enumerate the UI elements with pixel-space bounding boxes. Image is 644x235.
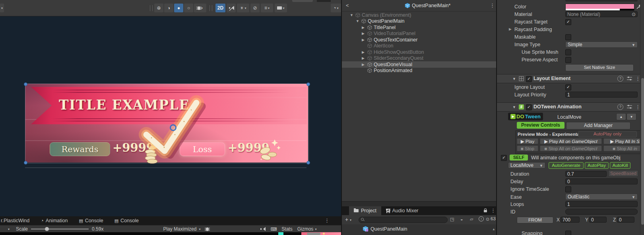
warning-circle-icon[interactable]: ! — [479, 216, 484, 221]
move-component-down-button[interactable]: ▼ — [627, 113, 636, 120]
ignore-timescale-checkbox[interactable] — [565, 186, 571, 192]
scrollbar-thumb[interactable] — [641, 78, 644, 225]
hierarchy-row-videotutorialpanel[interactable]: ▶VideoTutorialPanel — [342, 30, 497, 37]
rect-handle-bottom-right[interactable] — [306, 161, 310, 164]
hierarchy-row-hideshowquestbutton[interactable]: ▶HideShowQuestButton — [342, 49, 497, 55]
layers-visibility-button[interactable]: ≡▾ — [261, 4, 273, 12]
z-value-field[interactable]: 0 — [617, 217, 634, 223]
component-enabled-checkbox[interactable]: ✓ — [526, 104, 532, 110]
id-field[interactable] — [565, 209, 638, 215]
layout-priority-field[interactable]: 1 — [565, 92, 638, 98]
foldout-closed-icon[interactable]: ▶ — [362, 24, 365, 31]
camera-settings-button[interactable]: ▾ — [275, 4, 287, 12]
presets-icon[interactable] — [627, 76, 632, 81]
loops-field[interactable]: 1 — [565, 201, 638, 207]
help-icon[interactable]: ? — [617, 104, 623, 110]
scale-slider[interactable] — [31, 229, 89, 229]
shading-mode-wireframe-button[interactable]: ⊕ — [154, 4, 163, 12]
stats-button[interactable]: Stats — [281, 226, 292, 232]
shading-mode-shaded-button[interactable]: ● — [174, 4, 183, 12]
y-value-field[interactable]: 0 — [589, 217, 607, 223]
project-menu-kebab-icon[interactable]: ⋮ — [491, 208, 496, 213]
tab-audio-mixer[interactable]: Audio Mixer — [386, 208, 419, 213]
stop-button[interactable]: ■ Stop — [517, 145, 538, 151]
hierarchy-menu-kebab-icon[interactable]: ⋮ — [490, 2, 495, 8]
play-button[interactable]: ▶ Play — [517, 138, 538, 144]
rect-handle-top-right[interactable] — [306, 82, 310, 86]
object-picker-icon[interactable]: ⊙ — [632, 12, 636, 18]
tab-console-1[interactable]: ▤Console — [73, 216, 109, 225]
tab-animation[interactable]: ◔Animation — [35, 216, 73, 225]
gizmo-globe-button[interactable]: ◔▾ — [331, 4, 341, 12]
image-type-dropdown[interactable]: Simple▼ — [565, 41, 638, 48]
hierarchy-row-questtextcontainer[interactable]: ▶QuestTextContainer — [342, 37, 497, 43]
hidden-items-eye-icon[interactable]: ⊙ — [486, 217, 489, 222]
label-tag-icon[interactable]: ▱ — [470, 217, 473, 222]
hierarchy-row-questpanelmain[interactable]: ▼QuestPanelMain — [342, 18, 497, 24]
inspector-scrollbar[interactable] — [640, 0, 644, 235]
foldout-closed-icon[interactable]: ▶ — [362, 61, 365, 68]
stop-all-scene-button[interactable]: ■ Stop All in — [603, 145, 644, 151]
panel-divider[interactable] — [342, 201, 497, 207]
tab-menu-kebab-icon[interactable]: ⋮ — [324, 217, 330, 223]
scene-lighting-button[interactable]: ☀▾ — [237, 4, 249, 12]
set-native-size-button[interactable]: Set Native Size — [565, 64, 634, 71]
hierarchy-row-questdonevisual[interactable]: ▶QuestDoneVisual — [342, 61, 497, 68]
scene-visibility-toggle[interactable]: ⊘ — [250, 4, 260, 12]
hierarchy-row-titlepanel[interactable]: ▶TitlePanel — [342, 24, 497, 31]
project-search-input[interactable] — [359, 217, 448, 223]
add-manager-button[interactable]: Add Manager — [566, 122, 630, 129]
foldout-arrow-icon[interactable]: ▶ — [509, 27, 512, 31]
stop-all-gameobject-button[interactable]: ■ Stop All on GameObject — [540, 145, 602, 151]
scene-audio-toggle[interactable] — [227, 4, 236, 12]
tab-console-2[interactable]: ▤Console — [109, 216, 144, 225]
debug-draw-mode-button[interactable]: ▾ — [194, 4, 206, 12]
snapping-checkbox[interactable] — [565, 231, 571, 235]
foldout-closed-icon[interactable]: ▶ — [362, 49, 365, 55]
self-checkbox[interactable]: ✓ — [501, 155, 507, 161]
raycast-target-checkbox[interactable]: ✓ — [565, 19, 571, 25]
help-icon[interactable]: ? — [617, 76, 623, 82]
foldout-open-icon[interactable]: ▼ — [356, 18, 359, 24]
display-dropdown-chevron[interactable]: ▾ — [8, 227, 10, 231]
color-swatch[interactable] — [565, 4, 634, 11]
keyboard-icon[interactable]: ⌨ — [270, 227, 277, 232]
quest-panel-canvas-object[interactable]: TITLE EXAMPLE Rewards +9999 Loss +9999 — [25, 84, 308, 163]
debug-bug-icon[interactable] — [206, 227, 209, 231]
play-all-gameobject-button[interactable]: ▶ Play All on GameObject — [540, 138, 602, 144]
play-maximized-dropdown[interactable]: Play Maximized — [163, 226, 196, 232]
tween-type-dropdown[interactable]: LocalMove▼ — [508, 162, 545, 168]
presets-icon[interactable] — [627, 105, 632, 109]
gizmos-dropdown[interactable]: Gizmos — [297, 226, 314, 232]
material-field[interactable]: None (Material)⊙ — [565, 11, 638, 17]
maskable-checkbox[interactable] — [565, 34, 571, 40]
hierarchy-row-positionanimated[interactable]: PositionAnimated — [342, 67, 497, 74]
foldout-closed-icon[interactable]: ▶ — [362, 37, 365, 43]
foldout-open-icon[interactable]: ▼ — [512, 77, 516, 81]
tab-project[interactable]: Project — [349, 206, 381, 215]
ignore-layout-checkbox[interactable]: ✓ — [565, 84, 571, 90]
rect-handle-bottom-left[interactable] — [24, 161, 27, 164]
shading-mode-shaded-wire-button[interactable]: ◑ — [164, 4, 173, 12]
ease-dropdown[interactable]: OutElastic▼ — [565, 194, 638, 200]
dotween-animation-header[interactable]: ▼ # ✓ DOTween Animation ? ⋮ — [497, 102, 644, 112]
x-value-field[interactable]: 700 — [561, 217, 580, 223]
hierarchy-row-canvas-environment-[interactable]: ▼Canvas (Environment) — [342, 12, 497, 18]
preserve-aspect-checkbox[interactable] — [565, 57, 571, 63]
2d-view-toggle[interactable]: 2D — [215, 4, 225, 12]
project-asset-row[interactable]: QuestPanelMain — [363, 226, 407, 232]
speedbased-toggle[interactable]: SpeedBased — [608, 170, 638, 177]
shading-mode-unlit-button[interactable]: ○ — [184, 4, 193, 12]
tab-plasticwind[interactable]: r.PlasticWind — [0, 216, 35, 225]
scale-slider-knob[interactable] — [45, 227, 49, 231]
duration-field[interactable]: 0.7 — [565, 171, 607, 177]
scroll-up-arrow-icon[interactable]: ▲ — [492, 227, 495, 231]
foldout-open-icon[interactable]: ▼ — [512, 105, 516, 109]
component-enabled-checkbox[interactable]: ✓ — [526, 76, 532, 82]
autogenerate-toggle[interactable]: AutoGenerate — [549, 162, 584, 169]
autokill-toggle[interactable]: AutoKill — [610, 162, 630, 169]
open-in-window-icon[interactable]: ◳ — [450, 217, 454, 222]
foldout-open-icon[interactable]: ▼ — [350, 12, 353, 18]
use-sprite-mesh-checkbox[interactable] — [565, 49, 571, 55]
autoplay-toggle[interactable]: AutoPlay — [585, 162, 609, 169]
